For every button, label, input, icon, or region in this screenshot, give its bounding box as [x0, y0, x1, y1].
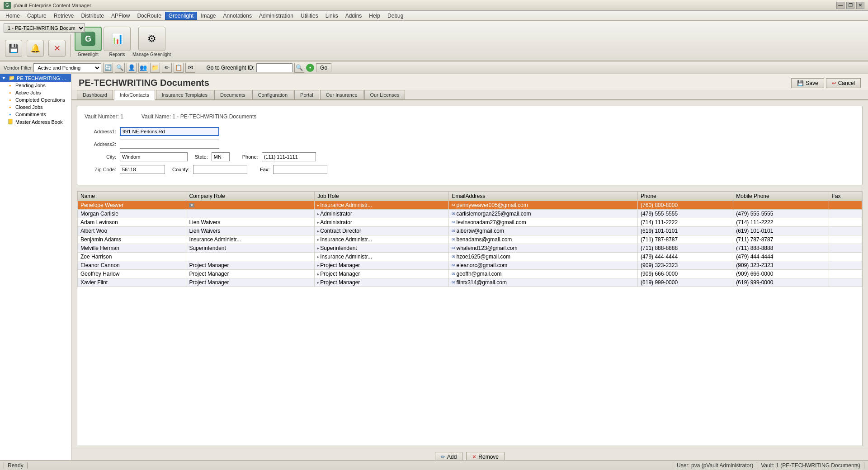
reports-label: Reports	[109, 52, 125, 57]
menu-home[interactable]: Home	[2, 12, 24, 20]
goto-label: Go to Greenlight ID:	[206, 65, 255, 71]
document-dropdown[interactable]: 1 - PE-TECHWRITING Documer	[4, 24, 85, 33]
table-row[interactable]: Penelope Weaver▼▸Insurance Administr...✉…	[78, 201, 862, 210]
cell-name: Morgan Carlisle	[78, 210, 186, 218]
menu-annotations[interactable]: Annotations	[220, 12, 255, 20]
group-icon-btn[interactable]: 👥	[138, 63, 148, 73]
cell-email: ✉whalemd123@gmail.com	[449, 244, 638, 253]
address2-input[interactable]	[120, 140, 219, 149]
tab-our-insurance[interactable]: Our Insurance	[320, 90, 363, 99]
reports-button[interactable]: 📊	[104, 27, 131, 51]
city-input[interactable]	[120, 152, 188, 161]
sidebar-item-closed[interactable]: 🔸 Closed Jobs	[0, 103, 71, 111]
cell-mobile: (619) 999-0000	[733, 278, 829, 287]
cell-fax	[829, 253, 862, 261]
save-button[interactable]: 💾 Save	[791, 78, 824, 88]
cancel-btn-label: Cancel	[838, 80, 855, 86]
greenlight-label: Greenlight	[78, 52, 99, 57]
folder-icon-btn[interactable]: 📁	[150, 63, 160, 73]
manage-greenlight-button[interactable]: ⚙	[138, 27, 165, 51]
tab-portal[interactable]: Portal	[294, 90, 319, 99]
address2-label: Address2:	[85, 141, 116, 147]
menu-image[interactable]: Image	[197, 12, 219, 20]
goto-input[interactable]	[256, 63, 292, 72]
sidebar-item-commitments[interactable]: 🔹 Commitments	[0, 111, 71, 118]
menu-administration[interactable]: Administration	[255, 12, 297, 20]
filter-icon-btn[interactable]: 🔍	[115, 63, 125, 73]
chart-icon-btn[interactable]: 📋	[174, 63, 184, 73]
menu-docroute[interactable]: DocRoute	[133, 12, 165, 20]
address1-input[interactable]	[120, 127, 219, 136]
go-green-indicator: ●	[306, 64, 314, 72]
person-icon-btn[interactable]: 👤	[127, 63, 137, 73]
menu-links[interactable]: Links	[322, 12, 342, 20]
refresh-icon-btn[interactable]: 🔄	[103, 63, 113, 73]
sidebar-label-active: Active Jobs	[15, 90, 41, 95]
cell-company-role: Project Manager	[186, 270, 315, 278]
tab-dashboard[interactable]: Dashboard	[77, 90, 113, 99]
fax-input[interactable]	[273, 165, 327, 174]
menu-greenlight[interactable]: Greenlight	[165, 12, 197, 20]
state-input[interactable]	[212, 152, 230, 161]
goto-search-icon[interactable]: 🔍	[294, 63, 304, 73]
closed-icon: 🔸	[7, 105, 14, 110]
sidebar-item-pe-techwriting[interactable]: ▼ 📁 PE-TECHWRITING Documents	[0, 74, 71, 82]
table-row[interactable]: Eleanor CannonProject Manager▸Project Ma…	[78, 261, 862, 270]
zip-input[interactable]	[120, 165, 165, 174]
cell-job-role: ▸Superintendent	[315, 244, 449, 253]
cancel-btn-icon: ↩	[832, 80, 836, 86]
close-button[interactable]: ✕	[856, 2, 864, 9]
sidebar-label-pending: Pending Jobs	[15, 83, 46, 88]
cell-fax	[829, 270, 862, 278]
table-row[interactable]: Adam LevinsonLien Waivers▸Administrator✉…	[78, 218, 862, 227]
menu-debug[interactable]: Debug	[384, 12, 407, 20]
table-row[interactable]: Melville HermanSuperintendent▸Superinten…	[78, 244, 862, 253]
mail-icon-btn[interactable]: ✉	[185, 63, 195, 73]
edit-icon-btn[interactable]: ✏	[162, 63, 172, 73]
table-row[interactable]: Benjamin AdamsInsurance Administr...▸Ins…	[78, 235, 862, 244]
add-icon: ✏	[441, 454, 445, 460]
notify-button[interactable]: 🔔	[27, 40, 44, 57]
menu-help[interactable]: Help	[365, 12, 384, 20]
sidebar-item-completed[interactable]: 🔸 Completed Operations	[0, 96, 71, 103]
tab-our-licenses[interactable]: Our Licenses	[364, 90, 406, 99]
sidebar-item-pending-jobs[interactable]: 🔸 Pending Jobs	[0, 82, 71, 89]
menu-distribute[interactable]: Distribute	[77, 12, 108, 20]
folder-icon: 📁	[9, 75, 15, 81]
menu-addins[interactable]: Addins	[342, 12, 366, 20]
menu-retrieve[interactable]: Retrieve	[50, 12, 78, 20]
cell-fax	[829, 227, 862, 235]
tab-configuration[interactable]: Configuration	[252, 90, 293, 99]
sidebar-item-active-jobs[interactable]: 🔸 Active Jobs	[0, 89, 71, 96]
menu-utilities[interactable]: Utilities	[297, 12, 322, 20]
table-row[interactable]: Zoe Harrison▸Insurance Administr...✉hzoe…	[78, 253, 862, 261]
cell-mobile: (479) 555-5555	[733, 210, 829, 218]
county-input[interactable]	[193, 165, 247, 174]
table-row[interactable]: Albert WooLien Waivers▸Contract Director…	[78, 227, 862, 235]
go-button[interactable]: Go	[316, 63, 331, 72]
tab-info-contacts[interactable]: Info/Contacts	[114, 90, 155, 100]
app-title: pVault Enterprise Content Manager	[14, 3, 91, 8]
sidebar-item-address-book[interactable]: 📒 Master Address Book	[0, 118, 71, 126]
remove-label: Remove	[478, 454, 499, 460]
table-row[interactable]: Geoffrey HarlowProject Manager▸Project M…	[78, 270, 862, 278]
cell-job-role: ▸Insurance Administr...	[315, 235, 449, 244]
cancel-button[interactable]: ↩ Cancel	[826, 78, 861, 88]
save-toolbar-button[interactable]: 💾	[5, 40, 22, 57]
table-row[interactable]: Morgan Carlisle▸Administrator✉carlislemo…	[78, 210, 862, 218]
maximize-button[interactable]: ❐	[846, 2, 854, 9]
vendor-filter-dropdown[interactable]: Active and Pending Active Pending All	[33, 63, 101, 72]
tab-insurance-templates[interactable]: Insurance Templates	[156, 90, 213, 99]
cell-email: ✉flintx314@gmail.com	[449, 278, 638, 287]
cell-phone: (760) 800-8000	[638, 201, 733, 210]
menu-apflow[interactable]: APFlow	[108, 12, 133, 20]
menu-capture[interactable]: Capture	[24, 12, 50, 20]
table-row[interactable]: Xavier FlintProject Manager▸Project Mana…	[78, 278, 862, 287]
close-toolbar-button[interactable]: ✕	[48, 40, 66, 57]
active-icon: 🔸	[7, 90, 14, 95]
phone-input[interactable]	[262, 152, 316, 161]
col-mobile: Mobile Phone	[733, 192, 829, 201]
tab-documents[interactable]: Documents	[214, 90, 251, 99]
minimize-button[interactable]: —	[836, 2, 844, 9]
city-label: City:	[85, 154, 116, 160]
